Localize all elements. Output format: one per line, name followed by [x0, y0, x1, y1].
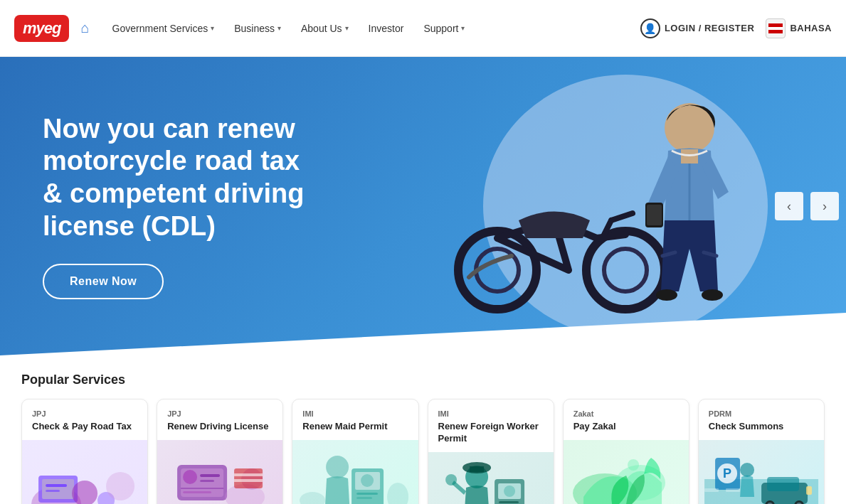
- svg-point-22: [106, 472, 134, 500]
- svg-rect-26: [200, 474, 220, 477]
- chevron-down-icon: ▾: [345, 24, 349, 32]
- hero-title: Now you can renew motorcycle road tax & …: [43, 113, 313, 242]
- svg-rect-38: [356, 493, 378, 495]
- svg-point-45: [445, 474, 457, 486]
- service-card-road-tax[interactable]: JPJ Check & Pay Road Tax: [21, 399, 148, 504]
- svg-rect-1: [768, 23, 783, 27]
- service-illustration: [564, 440, 689, 504]
- service-agency: IMI: [302, 409, 408, 418]
- svg-rect-17: [42, 479, 74, 499]
- hero-image: [462, 71, 761, 341]
- logo[interactable]: myeg: [14, 15, 69, 42]
- svg-rect-27: [200, 480, 214, 482]
- svg-rect-2: [768, 27, 783, 30]
- service-name: Renew Foreign Worker Permit: [438, 421, 544, 445]
- service-illustration: [292, 440, 418, 504]
- svg-point-13: [702, 289, 723, 301]
- svg-rect-57: [767, 477, 799, 491]
- nav-item-government[interactable]: Government Services ▾: [104, 17, 223, 40]
- service-name: Renew Driving License: [167, 421, 273, 433]
- renew-now-button[interactable]: Renew Now: [43, 264, 164, 299]
- service-agency: JPJ: [167, 409, 273, 418]
- service-card-summons[interactable]: PDRM Check Summons: [698, 399, 825, 504]
- svg-rect-20: [46, 484, 67, 487]
- nav-item-business[interactable]: Business ▾: [226, 17, 290, 40]
- svg-rect-39: [356, 497, 372, 499]
- service-card-zakat[interactable]: Zakat Pay Zakal: [563, 399, 689, 504]
- svg-rect-3: [768, 30, 783, 33]
- home-icon[interactable]: ⌂: [80, 20, 89, 36]
- svg-rect-68: [726, 488, 740, 492]
- service-name: Check Summons: [709, 421, 814, 433]
- svg-rect-49: [499, 501, 519, 503]
- bahasa-button[interactable]: BAHASA: [766, 18, 832, 38]
- svg-rect-67: [704, 488, 719, 492]
- service-name: Renew Maid Permit: [302, 421, 408, 433]
- popular-services-title: Popular Services: [21, 372, 825, 387]
- hero-section: Now you can renew motorcycle road tax & …: [0, 57, 846, 355]
- service-illustration: [157, 440, 282, 504]
- navbar: myeg ⌂ Government Services ▾ Business ▾ …: [0, 0, 846, 57]
- svg-rect-21: [46, 490, 60, 492]
- carousel-next-button[interactable]: ›: [810, 192, 839, 220]
- nav-item-investor[interactable]: Investor: [360, 17, 413, 40]
- svg-point-41: [387, 483, 408, 504]
- service-illustration: [428, 452, 554, 504]
- service-agency: PDRM: [709, 409, 814, 418]
- svg-point-54: [628, 459, 639, 471]
- svg-text:P: P: [723, 466, 731, 481]
- carousel-prev-button[interactable]: ‹: [775, 192, 803, 220]
- service-card-driving-license[interactable]: JPJ Renew Driving License: [157, 399, 283, 504]
- chevron-down-icon: ▾: [461, 24, 465, 32]
- svg-rect-31: [234, 468, 263, 488]
- chevron-down-icon: ▾: [211, 24, 214, 32]
- svg-point-48: [504, 486, 515, 497]
- login-button[interactable]: 👤 LOGIN / REGISTER: [640, 18, 754, 38]
- popular-section: Popular Services JPJ Check & Pay Road Ta…: [0, 355, 846, 504]
- service-illustration: [22, 440, 147, 504]
- service-illustration: P: [699, 440, 824, 504]
- service-agency: IMI: [438, 409, 544, 418]
- nav-right: 👤 LOGIN / REGISTER BAHASA: [640, 18, 832, 38]
- svg-rect-32: [234, 473, 263, 476]
- svg-rect-62: [806, 486, 812, 495]
- language-icon: [766, 18, 786, 38]
- service-card-maid-permit[interactable]: IMI Renew Maid Permit: [292, 399, 418, 504]
- svg-point-34: [326, 456, 349, 478]
- hero-blob-svg: [419, 71, 789, 355]
- user-icon: 👤: [640, 18, 660, 38]
- svg-point-12: [656, 289, 677, 301]
- chevron-down-icon: ▾: [277, 24, 281, 32]
- service-card-foreign-worker[interactable]: IMI Renew Foreign Worker Permit: [428, 399, 554, 504]
- svg-point-66: [740, 463, 754, 477]
- svg-point-37: [361, 474, 374, 487]
- service-agency: JPJ: [32, 409, 137, 418]
- svg-rect-11: [647, 205, 662, 225]
- svg-point-25: [183, 470, 197, 484]
- service-agency: Zakat: [573, 409, 679, 418]
- service-name: Pay Zakal: [573, 421, 679, 433]
- hero-content: Now you can renew motorcycle road tax & …: [0, 85, 356, 328]
- svg-rect-44: [470, 466, 484, 472]
- service-name: Check & Pay Road Tax: [32, 421, 137, 433]
- svg-point-40: [300, 492, 325, 504]
- svg-rect-28: [183, 491, 211, 493]
- services-grid: JPJ Check & Pay Road Tax JPJ: [21, 399, 825, 504]
- svg-rect-33: [234, 479, 263, 482]
- nav-item-support[interactable]: Support ▾: [415, 17, 473, 40]
- nav-items: Government Services ▾ Business ▾ About U…: [104, 17, 635, 40]
- nav-item-about[interactable]: About Us ▾: [292, 17, 357, 40]
